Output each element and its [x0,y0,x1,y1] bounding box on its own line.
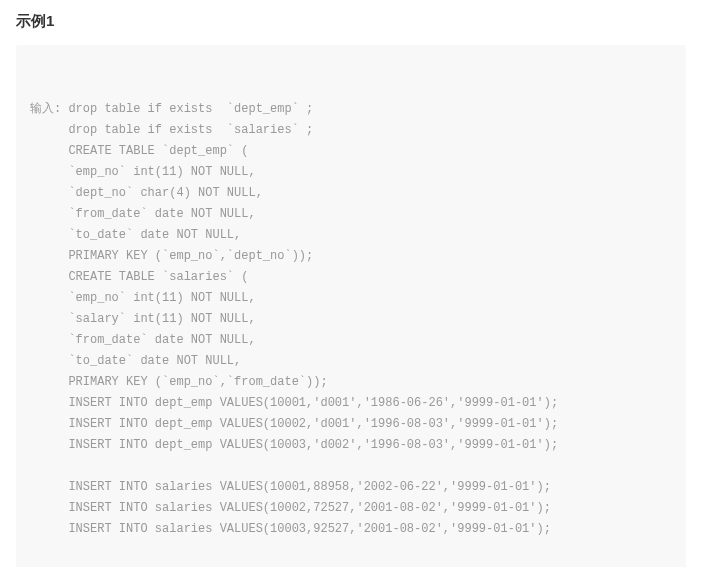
code-example-block: 输入: drop table if exists `dept_emp` ; dr… [16,45,686,567]
example-title: 示例1 [16,12,686,31]
input-content: drop table if exists `dept_emp` ; drop t… [68,99,558,540]
input-section: 输入: drop table if exists `dept_emp` ; dr… [30,99,672,540]
input-label: 输入: [30,99,68,120]
